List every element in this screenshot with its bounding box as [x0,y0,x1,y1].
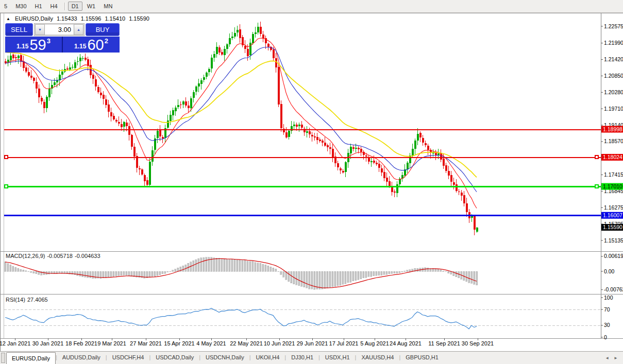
tab-audusd-daily[interactable]: AUDUSD,Daily [57,352,106,364]
buy-price-sup: 2 [105,37,108,45]
buy-button[interactable]: BUY [86,23,120,36]
tab-usdx-h1[interactable]: USDX,H1 [320,352,355,364]
high-value: 1.15596 [81,15,102,22]
timeframe-button-h4[interactable]: H4 [47,2,61,11]
tab-eurusd-daily[interactable]: EURUSD,Daily [6,352,56,364]
svg-text:29 Jun 2021: 29 Jun 2021 [297,340,328,346]
low-value: 1.15410 [105,15,125,22]
volume-increase-button[interactable]: ▲ [74,24,83,35]
timeframe-button-w1[interactable]: W1 [83,2,99,11]
svg-text:1.18998: 1.18998 [603,126,622,132]
svg-text:1.19710: 1.19710 [604,106,623,112]
svg-text:1.20280: 1.20280 [604,89,623,95]
svg-text:1.15590: 1.15590 [603,224,622,230]
svg-text:0.00: 0.00 [604,268,615,274]
tab-dj30-h1[interactable]: DJ30,H1 [286,352,318,364]
time-axis[interactable]: 12 Jan 202130 Jan 202118 Feb 20219 Mar 2… [0,338,494,346]
ohlc-bar: ▲ EURUSD,Daily 1.15433 1.15596 1.15410 1… [6,15,149,22]
open-value: 1.15433 [57,15,77,22]
macd-main-value: -0.005718 [47,253,73,259]
svg-text:18 Feb 2021: 18 Feb 2021 [65,340,97,346]
volume-spinner: ▼ 3.00 ▲ [34,23,85,36]
tab-scroll-left-icon[interactable]: ◄ [605,356,609,360]
tab-scroll-strip[interactable] [1,353,5,363]
timeframe-button-mn[interactable]: MN [100,2,116,11]
svg-text:30: 30 [604,322,610,328]
close-value: 1.15590 [129,15,149,22]
timeframe-button-5[interactable]: 5 [1,2,11,11]
macd-name: MACD(12,26,9) [6,253,45,259]
tab-xauusd-h4[interactable]: XAUUSD,H4 [356,352,399,364]
svg-text:100: 100 [604,294,613,301]
chart-canvas[interactable]: 1.225751.219901.214201.208501.202801.197… [0,0,623,364]
tab-usdcnh-daily[interactable]: USDCNH,Daily [200,352,249,364]
chevron-up-icon: ▲ [77,28,80,31]
svg-text:0: 0 [604,334,607,340]
rsi-name: RSI(14) [6,297,25,303]
buy-price-big: 60 [87,38,104,52]
sell-price-small: 1.15 [16,43,28,52]
macd-signal-value: -0.004633 [75,253,100,259]
svg-text:1.15135: 1.15135 [604,237,623,244]
timeframe-button-d1[interactable]: D1 [68,2,82,11]
svg-text:24 Aug 2021: 24 Aug 2021 [390,340,422,346]
svg-text:1.21420: 1.21420 [604,56,623,62]
sell-price-sup: 3 [47,37,50,45]
buy-quote[interactable]: 1.15 60 2 [63,37,120,53]
svg-text:30 Jan 2021: 30 Jan 2021 [32,340,64,346]
tab-scroll-arrows: ◄► [605,352,618,364]
macd-signal-line [5,258,477,288]
svg-text:4 May 2021: 4 May 2021 [196,340,226,346]
timeframe-button-h1[interactable]: H1 [31,2,46,11]
svg-text:11 Sep 2021: 11 Sep 2021 [428,340,460,346]
timeframe-toolbar: 5M30H1H4D1W1MN [0,0,623,13]
svg-text:1.21990: 1.21990 [604,40,623,46]
svg-text:27 Mar 2021: 27 Mar 2021 [130,340,162,346]
timeframe-button-m30[interactable]: M30 [12,2,30,11]
toolbar-separator [64,3,65,10]
svg-text:1.20850: 1.20850 [604,73,623,79]
volume-decrease-button[interactable]: ▼ [35,24,45,35]
price-axis[interactable]: 1.225751.219901.214201.208501.202801.197… [601,23,623,340]
svg-text:30 Sep 2021: 30 Sep 2021 [462,340,494,346]
svg-text:1.16007: 1.16007 [603,212,622,218]
volume-input[interactable]: 3.00 [45,24,74,35]
svg-text:12 Jan 2021: 12 Jan 2021 [0,340,30,346]
rsi-level-lines [4,310,601,326]
tab-ukoil-h4[interactable]: UKOil,H4 [251,352,285,364]
svg-text:15 Apr 2021: 15 Apr 2021 [164,340,194,346]
sell-price-big: 59 [29,38,46,52]
svg-text:0.006193: 0.006193 [604,253,623,259]
sell-quote[interactable]: 1.15 59 3 [5,37,62,53]
mid-ma-line [5,47,477,192]
svg-text:5 Aug 2021: 5 Aug 2021 [360,340,389,346]
pane-borders [0,13,623,351]
chart-tab-bar: EURUSD,Daily|AUDUSD,Daily|USDCHF,H4|USDC… [0,351,623,364]
svg-text:1.22575: 1.22575 [604,23,623,29]
tab-usdcad-daily[interactable]: USDCAD,Daily [150,352,199,364]
svg-text:1.18024: 1.18024 [603,154,622,160]
candles [5,22,478,235]
macd-histogram [5,257,478,289]
svg-text:-0.007621: -0.007621 [604,286,623,292]
svg-text:22 May 2021: 22 May 2021 [230,340,263,346]
buy-price-small: 1.15 [74,43,86,52]
svg-text:1.18570: 1.18570 [604,138,623,144]
collapse-icon[interactable]: ▲ [6,16,10,21]
symbol-period-label: EURUSD,Daily [15,15,53,22]
rsi-label: RSI(14)27.4065 [6,297,50,303]
horizontal-line-1.18024[interactable] [4,155,601,159]
sell-button[interactable]: SELL [5,23,33,36]
chevron-down-icon: ▼ [38,28,42,31]
rsi-value: 27.4065 [27,297,48,303]
tab-scroll-right-icon[interactable]: ► [614,356,618,360]
tab-gbpusd-h1[interactable]: GBPUSD,H1 [400,352,444,364]
svg-text:1.17010: 1.17010 [603,183,622,189]
svg-text:17 Jul 2021: 17 Jul 2021 [329,340,359,346]
svg-text:70: 70 [604,306,610,313]
svg-text:9 Mar 2021: 9 Mar 2021 [97,340,126,346]
macd-label: MACD(12,26,9)-0.005718-0.004633 [6,253,103,259]
tab-usdchf-h4[interactable]: USDCHF,H4 [107,352,149,364]
one-click-trading-panel: SELL ▼ 3.00 ▲ BUY 1.15 59 3 1.15 60 2 [5,23,120,53]
horizontal-line-1.17010[interactable] [4,185,601,188]
